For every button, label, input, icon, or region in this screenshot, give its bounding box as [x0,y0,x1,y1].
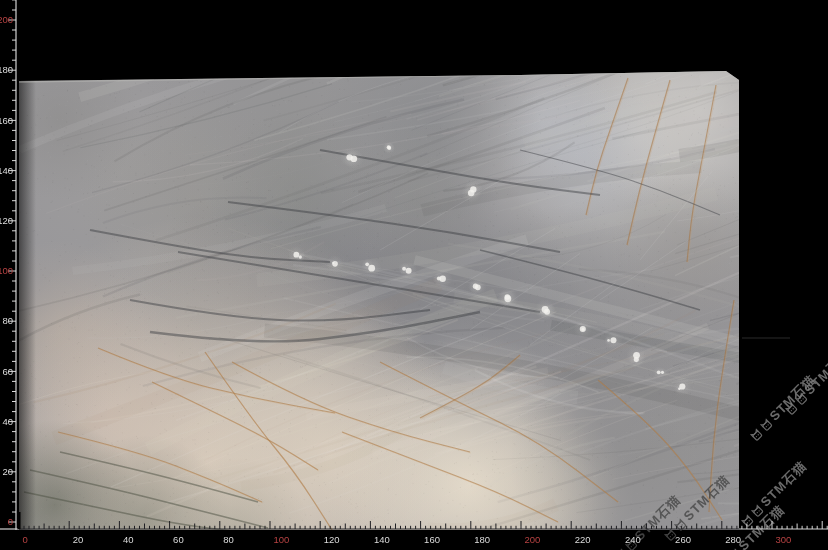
bottom-ruler-label-180: 180 [474,534,490,545]
bottom-ruler-label-0: 0 [23,534,28,545]
bottom-ruler-label-220: 220 [575,534,591,545]
bottom-ruler-label-160: 160 [424,534,440,545]
bottom-ruler-ticks-over-black [742,521,827,529]
slab-viewer: STM石猫STM石猫STM石猫STM石猫STM石猫STM石猫 200180160… [0,0,828,550]
left-ruler-label-200: 200 [0,14,13,25]
left-ruler-label-0: 0 [8,516,13,527]
bottom-ruler-label-240: 240 [625,534,641,545]
left-ruler-label-20: 20 [2,466,13,477]
left-ruler-label-100: 100 [0,265,13,276]
bottom-ruler-label-20: 20 [73,534,84,545]
bottom-ruler-label-80: 80 [223,534,234,545]
bottom-ruler-label-260: 260 [675,534,691,545]
bottom-ruler-label-140: 140 [374,534,390,545]
bottom-ruler-label-280: 280 [725,534,741,545]
left-ruler-label-140: 140 [0,165,13,176]
bottom-ruler-label-300: 300 [776,534,792,545]
left-ruler-label-60: 60 [2,366,13,377]
bottom-ruler-ticks-over-slab [19,521,737,529]
left-ruler-ticks [8,0,16,522]
left-ruler-label-180: 180 [0,64,13,75]
ruler-layer: 2001801601401201008060402000204060801001… [0,0,828,550]
bottom-ruler-label-120: 120 [324,534,340,545]
left-ruler-label-40: 40 [2,416,13,427]
left-ruler-label-80: 80 [2,315,13,326]
bottom-ruler-origin-marker [18,512,21,529]
left-ruler-label-120: 120 [0,215,13,226]
bottom-ruler-label-40: 40 [123,534,134,545]
bottom-ruler-label-100: 100 [274,534,290,545]
bottom-ruler-label-200: 200 [525,534,541,545]
bottom-ruler-label-60: 60 [173,534,184,545]
left-ruler-label-160: 160 [0,115,13,126]
